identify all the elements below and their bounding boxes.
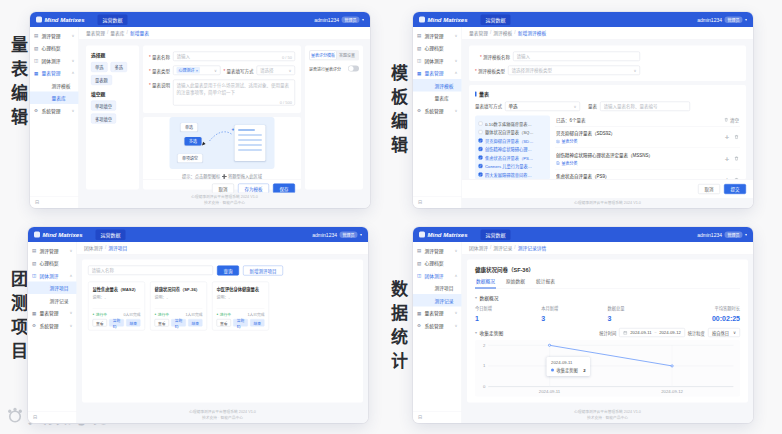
scale-category-link[interactable]: 量表分类 — [556, 160, 721, 166]
answer-code-button[interactable]: 答题码 — [109, 319, 124, 327]
breadcrumb-item[interactable]: 量表管理 — [86, 30, 105, 37]
template-type-select[interactable]: 请选择测评模板类型 ∨ — [508, 66, 640, 76]
breadcrumb-item[interactable]: 量表库 — [110, 30, 124, 37]
answer-code-button[interactable]: 答题码 — [171, 319, 186, 327]
sidebar-item[interactable]: ⚙ 系统管理 ∨ — [413, 319, 462, 332]
question-type-chip[interactable]: 单选 — [91, 62, 108, 72]
user-menu[interactable]: admin1234 管理员 ▾ — [314, 16, 364, 23]
sidebar-item[interactable]: ▤ 测评管理 ∨ — [413, 29, 462, 42]
question-type-chip[interactable]: 量表题 — [91, 75, 112, 85]
scale-fill-select[interactable]: 请选择 ∨ — [257, 66, 295, 76]
sidebar-collapse-icon[interactable]: ⊟ — [28, 411, 77, 423]
end-button[interactable]: 结束 — [188, 319, 203, 327]
checkbox-icon[interactable] — [479, 138, 483, 142]
sidebar-item[interactable]: ◫ 团体测评 ∨ — [30, 54, 79, 67]
breadcrumb-item[interactable]: 新增量表 — [130, 30, 149, 37]
scale-desc-textarea[interactable] — [173, 80, 295, 106]
trash-icon[interactable] — [734, 156, 739, 161]
cancel-button[interactable]: 取消 — [698, 184, 720, 194]
header-nav-item[interactable]: 运营数据 — [96, 229, 126, 240]
view-button[interactable]: 查看 — [155, 319, 170, 327]
end-button[interactable]: 结束 — [250, 319, 265, 327]
scale-search-input[interactable] — [600, 102, 690, 112]
question-type-chip[interactable]: 单项填空 — [91, 101, 116, 111]
clear-selected-button[interactable]: 清空 — [724, 117, 739, 124]
scale-checkbox-row[interactable]: Conners 儿童行为量表… — [479, 162, 547, 171]
breadcrumb-item[interactable]: 测评记录详情 — [518, 245, 547, 252]
sidebar-item[interactable]: ◫ 团体测评 ∧ — [28, 269, 77, 282]
sidebar-item[interactable]: 测评模板 — [30, 79, 79, 92]
sidebar-item[interactable]: 测评记录 — [28, 294, 77, 307]
breadcrumb-item[interactable]: 新增测评模板 — [518, 30, 547, 37]
add-project-button[interactable]: 新增测评项目 — [243, 266, 283, 276]
checkbox-icon[interactable] — [479, 130, 483, 134]
sidebar-item[interactable]: 测评项目 — [28, 282, 77, 295]
sidebar-item[interactable]: ⚙ 系统管理 ∨ — [28, 319, 77, 332]
checkbox-icon[interactable] — [479, 164, 483, 168]
sidebar-collapse-icon[interactable]: ⊟ — [30, 196, 79, 208]
cancel-button[interactable]: 取消 — [212, 184, 234, 193]
view-button[interactable]: 查看 — [217, 319, 232, 327]
tab-answer-settings[interactable]: 答题设置 — [336, 51, 358, 60]
checkbox-icon[interactable] — [479, 147, 483, 151]
sidebar-item[interactable]: ⚙ 系统管理 ∨ — [30, 104, 79, 117]
sidebar-item[interactable]: ▧ 心理档案 — [30, 42, 79, 55]
scale-checkbox-row[interactable]: 躯体状况自评量表（SQ… — [479, 128, 547, 137]
sidebar-item[interactable]: ▦ 量表管理 ∧ — [413, 67, 462, 80]
scale-checkbox-row[interactable]: 焦虑状态自评量表（PS… — [479, 153, 547, 162]
submit-button[interactable]: 提交 — [724, 184, 746, 194]
breadcrumb-item[interactable]: 测评记录 — [493, 245, 512, 252]
tag-close-icon[interactable]: × — [196, 69, 198, 74]
user-menu[interactable]: admin1234 管理员 ▾ — [697, 231, 747, 238]
breadcrumb-item[interactable]: 团体测评 — [469, 245, 488, 252]
sidebar-item[interactable]: ▦ 量表管理 ∧ — [30, 67, 79, 80]
granularity-select[interactable]: 按自然日 ∨ — [708, 328, 740, 337]
sidebar-item[interactable]: ⚙ 系统管理 ∨ — [413, 104, 462, 117]
breadcrumb-item[interactable]: 量表管理 — [469, 30, 488, 37]
save-as-template-button[interactable]: 存为模板 — [238, 184, 269, 193]
sidebar-item[interactable]: ▦ 量表管理 ∨ — [28, 307, 77, 320]
sidebar-item[interactable]: ▤ 测评管理 ∨ — [30, 29, 79, 42]
scale-category-link[interactable]: 量表分类 — [556, 139, 721, 145]
sidebar-item[interactable]: 量表库 — [30, 92, 79, 105]
user-menu[interactable]: admin1234 管理员 ▾ — [312, 231, 362, 238]
sidebar-item[interactable]: ▧ 心理档案 — [413, 257, 462, 270]
sidebar-collapse-icon[interactable]: ⊟ — [413, 196, 462, 208]
checkbox-icon[interactable] — [479, 121, 483, 125]
move-icon[interactable]: ✛ — [725, 156, 729, 162]
checkbox-icon[interactable] — [479, 155, 483, 159]
date-range-picker[interactable]: 2024-09-11 ~ 2024-09-12 — [619, 328, 685, 337]
answer-code-button[interactable]: 答题码 — [233, 319, 248, 327]
scale-name-input[interactable] — [173, 52, 295, 62]
scale-checkbox-row[interactable]: 创伤精神症状障碍心理… — [479, 145, 547, 154]
user-menu[interactable]: admin1234 管理员 ▾ — [697, 16, 747, 23]
header-nav-item[interactable]: 运营数据 — [98, 14, 128, 25]
end-button[interactable]: 结束 — [126, 319, 141, 327]
scale-type-select[interactable]: 心理测评 × ∨ — [173, 66, 220, 76]
scale-checkbox-row[interactable]: 贝克抑郁自评量表（SD… — [479, 136, 547, 145]
score-toggle[interactable] — [348, 66, 359, 72]
collapse-icon[interactable]: ▾ — [475, 330, 477, 335]
sidebar-item[interactable]: ▤ 测评管理 ∨ — [413, 244, 462, 257]
trash-icon[interactable] — [734, 135, 739, 140]
sidebar-item[interactable]: 测评记录 — [413, 294, 462, 307]
sidebar-item[interactable]: ◫ 团体测评 ∨ — [413, 54, 462, 67]
project-search-input[interactable] — [88, 266, 213, 276]
sidebar-item[interactable]: 测评模板 — [413, 79, 462, 92]
tab-score-template[interactable]: 量表评分模板 — [310, 51, 336, 60]
sidebar-item[interactable]: 测评项目 — [413, 282, 462, 295]
scale-checkbox-row[interactable]: 0-10数字疼痛强度量表… — [479, 119, 547, 128]
fill-way-select[interactable]: 单选 ∨ — [505, 102, 580, 112]
question-type-chip[interactable]: 多选 — [111, 62, 128, 72]
move-icon[interactable]: ✛ — [725, 134, 729, 140]
breadcrumb-item[interactable]: 测评模板 — [493, 30, 512, 37]
sidebar-item[interactable]: ▤ 测评管理 ∨ — [28, 244, 77, 257]
header-nav-item[interactable]: 运营数据 — [481, 229, 511, 240]
view-button[interactable]: 查看 — [93, 319, 108, 327]
sidebar-collapse-icon[interactable]: ⊟ — [413, 411, 462, 423]
sidebar-item[interactable]: ◫ 团体测评 ∧ — [413, 269, 462, 282]
breadcrumb-item[interactable]: 测评项目 — [108, 245, 127, 252]
question-type-chip[interactable]: 多项填空 — [91, 114, 116, 124]
statistics-tab[interactable]: 数据概况 — [475, 278, 496, 289]
statistics-tab[interactable]: 原始数据 — [505, 278, 526, 289]
